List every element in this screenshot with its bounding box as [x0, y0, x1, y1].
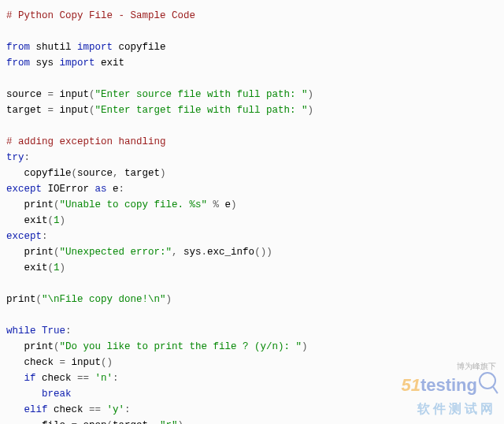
- punct: :: [124, 404, 131, 415]
- identifier: copyfile: [113, 42, 166, 53]
- module: shutil: [30, 42, 77, 53]
- punct: ): [166, 294, 172, 305]
- punct: ): [178, 420, 184, 424]
- punct: (: [54, 247, 60, 258]
- identifier: exit: [95, 58, 125, 69]
- keyword-while: while: [6, 325, 36, 337]
- identifier: source: [77, 168, 113, 179]
- punct: ): [308, 105, 314, 116]
- operator: =: [48, 105, 54, 116]
- string: "\nFile copy done!\n": [42, 294, 166, 305]
- punct: ): [302, 341, 308, 352]
- punct: .: [202, 247, 208, 258]
- function: print: [6, 341, 54, 352]
- punct: (: [36, 294, 43, 305]
- watermark-logo: 51testing: [401, 371, 496, 399]
- punct: :: [65, 325, 72, 337]
- punct: (: [107, 420, 113, 424]
- string: "Enter target file with full path: ": [95, 105, 308, 116]
- keyword-except: except: [6, 231, 42, 242]
- punct: :: [24, 152, 31, 163]
- keyword-break: break: [6, 389, 72, 400]
- identifier: sys: [178, 247, 202, 258]
- string: "Unable to copy file. %s": [60, 199, 208, 210]
- comment: # adding exception handling: [6, 136, 166, 147]
- operator: ==: [77, 373, 89, 384]
- keyword-except: except: [6, 184, 42, 195]
- punct: ,: [148, 420, 154, 424]
- punct: (: [48, 215, 54, 226]
- magnifier-icon: [479, 372, 496, 389]
- watermark: 博为峰旗下 51testing 软件测试网: [401, 360, 496, 419]
- function: input: [54, 89, 89, 100]
- watermark-number: 51: [401, 375, 420, 395]
- keyword-elif: elif: [6, 404, 48, 415]
- punct: ,: [113, 168, 119, 179]
- keyword-import: import: [77, 42, 113, 53]
- punct: (: [54, 341, 60, 352]
- watermark-chinese: 软件测试网: [401, 399, 496, 419]
- identifier: target: [113, 420, 148, 424]
- function: input: [54, 105, 89, 116]
- identifier: target: [6, 105, 48, 116]
- keyword-from: from: [6, 42, 30, 53]
- punct: (: [54, 199, 60, 210]
- identifier: check: [48, 404, 90, 415]
- identifier: e: [107, 184, 119, 195]
- function: exit: [6, 262, 48, 273]
- punct: :: [119, 184, 125, 195]
- punct: (: [72, 168, 78, 179]
- identifier: IOError: [42, 184, 95, 195]
- string: "r": [154, 420, 178, 424]
- punct: (: [89, 105, 95, 116]
- punct: ): [308, 89, 314, 100]
- operator: %: [207, 199, 219, 210]
- function: copyfile: [6, 168, 72, 179]
- identifier: file: [6, 420, 72, 424]
- string: "Enter source file with full path: ": [95, 89, 308, 100]
- module: sys: [30, 58, 60, 69]
- string: 'y': [101, 404, 124, 415]
- string: "Do you like to print the file ? (y/n): …: [60, 341, 302, 352]
- string: "Unexpected error:": [60, 247, 172, 258]
- number: 1: [54, 215, 60, 226]
- operator: =: [48, 89, 54, 100]
- keyword-as: as: [95, 184, 107, 195]
- comment: # Python Copy File - Sample Code: [6, 10, 195, 21]
- punct: ()): [254, 247, 272, 258]
- string: 'n': [89, 373, 113, 384]
- function: exit: [6, 215, 48, 226]
- keyword-true: True: [36, 325, 66, 337]
- keyword-from: from: [6, 58, 30, 69]
- identifier: check: [36, 373, 78, 384]
- function: print: [6, 294, 36, 305]
- identifier: e: [219, 199, 231, 210]
- function: print: [6, 247, 54, 258]
- identifier: check: [6, 357, 60, 368]
- identifier: target: [119, 168, 161, 179]
- operator: ==: [89, 404, 101, 415]
- punct: (: [48, 262, 54, 273]
- punct: ): [60, 215, 66, 226]
- operator: =: [72, 420, 78, 424]
- function: open: [77, 420, 107, 424]
- punct: :: [113, 373, 119, 384]
- punct: ): [60, 262, 66, 273]
- number: 1: [54, 262, 60, 273]
- keyword-import: import: [60, 58, 95, 69]
- punct: ,: [172, 247, 178, 258]
- identifier: source: [6, 89, 48, 100]
- punct: (): [101, 357, 113, 368]
- punct: ): [160, 168, 166, 179]
- identifier: exc_info: [207, 247, 254, 258]
- punct: ): [231, 199, 237, 210]
- keyword-if: if: [6, 373, 36, 384]
- punct: (: [89, 89, 95, 100]
- function: print: [6, 199, 54, 210]
- punct: :: [42, 231, 48, 242]
- keyword-try: try: [6, 152, 24, 163]
- function: input: [65, 357, 101, 368]
- operator: =: [60, 357, 66, 368]
- watermark-word: testing: [421, 375, 477, 395]
